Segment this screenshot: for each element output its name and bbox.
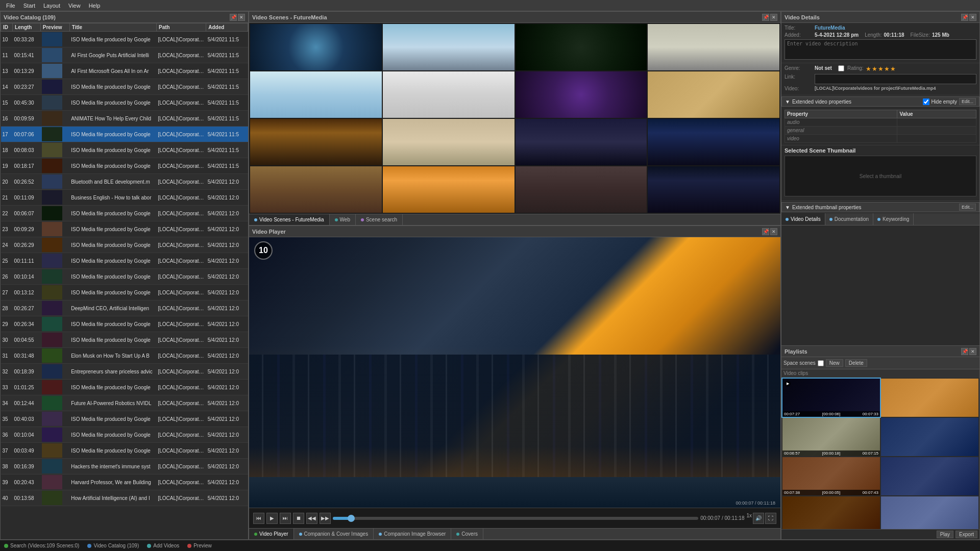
scene-thumbnail[interactable] bbox=[516, 71, 647, 118]
video-display[interactable]: 10 00:00:07 / 00:11:18 bbox=[249, 237, 780, 508]
table-row[interactable]: 37 00:03:49 ISO Media file produced by G… bbox=[1, 443, 248, 459]
menu-help[interactable]: Help bbox=[85, 2, 105, 10]
scene-thumbnail[interactable] bbox=[516, 119, 647, 165]
export-playlist-btn[interactable]: Export bbox=[955, 531, 977, 538]
table-row[interactable]: 11 00:15:41 AI First Google Puts Artific… bbox=[1, 47, 248, 63]
extended-thumb-header[interactable]: ▼ Extended thumbnail properties Edit... bbox=[781, 202, 979, 212]
table-row[interactable]: 15 00:45:30 ISO Media file produced by G… bbox=[1, 95, 248, 111]
table-row[interactable]: 30 00:04:55 ISO Media file produced by G… bbox=[1, 332, 248, 348]
scene-tab-search[interactable]: Scene search bbox=[356, 214, 403, 225]
table-row[interactable]: 24 00:26:29 ISO Media file produced by G… bbox=[1, 237, 248, 253]
col-length[interactable]: Length bbox=[13, 23, 41, 32]
col-preview[interactable]: Preview bbox=[40, 23, 69, 32]
play-playlist-btn[interactable]: Play bbox=[937, 531, 953, 538]
table-row[interactable]: 28 00:26:27 DeepMind CEO, Artificial Int… bbox=[1, 300, 248, 316]
playlists-close-btn[interactable]: ✕ bbox=[969, 348, 976, 355]
scene-tab-web[interactable]: Web bbox=[330, 214, 356, 225]
edit-thumb-btn[interactable]: Edit... bbox=[959, 204, 976, 211]
player-tab-video[interactable]: Video Player bbox=[249, 529, 294, 539]
new-playlist-btn[interactable]: New bbox=[826, 359, 843, 367]
table-row[interactable]: 20 00:26:52 Bluetooth and BLE developmen… bbox=[1, 174, 248, 190]
scene-thumbnail[interactable] bbox=[648, 119, 779, 165]
table-row[interactable]: 18 00:08:03 ISO Media file produced by G… bbox=[1, 142, 248, 158]
table-row[interactable]: 13 00:13:29 AI First Microsoft Goes All … bbox=[1, 63, 248, 79]
stop-btn[interactable]: ⏹ bbox=[293, 513, 304, 524]
player-tab-companion[interactable]: Companion & Cover Images bbox=[294, 529, 374, 539]
playlist-clip[interactable] bbox=[881, 457, 978, 495]
player-progress-bar[interactable] bbox=[333, 517, 698, 520]
scene-tab-scenes[interactable]: Video Scenes - FutureMedia bbox=[249, 214, 330, 225]
playlists-pin-btn[interactable]: 📌 bbox=[961, 348, 968, 355]
table-row[interactable]: 14 00:23:27 ISO Media file produced by G… bbox=[1, 79, 248, 95]
table-row[interactable]: 34 00:12:44 Future AI-Powered Robotics N… bbox=[1, 395, 248, 411]
table-row[interactable]: 21 00:11:09 Business English - How to ta… bbox=[1, 190, 248, 206]
extended-props-header[interactable]: ▼ Extended video properties Hide empty E… bbox=[781, 96, 979, 107]
genre-checkbox[interactable] bbox=[838, 65, 844, 71]
description-textarea[interactable] bbox=[785, 39, 976, 60]
scene-thumbnail[interactable] bbox=[648, 166, 779, 213]
hide-empty-checkbox[interactable] bbox=[923, 98, 929, 105]
playlist-clip[interactable]: 00:06:57 [00:00:18] 00:07:15 bbox=[782, 418, 880, 456]
space-scenes-checkbox[interactable] bbox=[818, 360, 824, 366]
scene-thumbnail[interactable] bbox=[250, 71, 382, 118]
table-row[interactable]: 31 00:31:48 Elon Musk on How To Start Up… bbox=[1, 348, 248, 364]
catalog-close-btn[interactable]: ✕ bbox=[238, 14, 245, 21]
menu-view[interactable]: View bbox=[64, 2, 85, 10]
table-row[interactable]: 19 00:18:17 ISO Media file produced by G… bbox=[1, 158, 248, 174]
table-row[interactable]: 29 00:26:34 ISO Media file produced by G… bbox=[1, 316, 248, 332]
scenes-pin-btn[interactable]: 📌 bbox=[762, 14, 769, 21]
table-row[interactable]: 10 00:33:28 ISO Media file produced by G… bbox=[1, 32, 248, 47]
details-pin-btn[interactable]: 📌 bbox=[961, 14, 968, 21]
status-search[interactable]: Search (Videos:109 Scenes:0) bbox=[4, 543, 79, 548]
next-scene-btn[interactable]: ▶▶ bbox=[320, 513, 331, 524]
detail-tab-docs[interactable]: Documentation bbox=[825, 213, 873, 225]
table-row[interactable]: 22 00:06:07 ISO Media file produced by G… bbox=[1, 206, 248, 221]
table-row[interactable]: 40 00:13:58 How Artificial Intelligence … bbox=[1, 490, 248, 506]
catalog-table[interactable]: ID Length Preview Title Path Added 10 00… bbox=[1, 23, 248, 539]
status-preview[interactable]: Preview bbox=[187, 543, 212, 548]
col-title[interactable]: Title bbox=[69, 23, 156, 32]
menu-layout[interactable]: Layout bbox=[39, 2, 64, 10]
table-row[interactable]: 26 00:10:14 ISO Media file produced by G… bbox=[1, 269, 248, 285]
playlist-clip[interactable] bbox=[881, 418, 978, 456]
menu-start[interactable]: Start bbox=[19, 2, 39, 10]
scene-thumbnail[interactable] bbox=[648, 24, 779, 70]
star-2[interactable]: ★ bbox=[872, 65, 877, 72]
thumb-preview-area[interactable]: Select a thumbnail bbox=[785, 156, 976, 196]
star-4[interactable]: ★ bbox=[884, 65, 890, 72]
col-id[interactable]: ID bbox=[1, 23, 13, 32]
table-row[interactable]: 35 00:40:03 ISO Media file produced by G… bbox=[1, 411, 248, 427]
detail-tab-keywording[interactable]: Keywording bbox=[873, 213, 914, 225]
playlist-clip[interactable]: ▶ 00:07:27 [00:00:06] 00:07:33 bbox=[782, 379, 880, 417]
next-frame-btn[interactable]: ⏭ bbox=[280, 513, 291, 524]
player-progress-thumb[interactable] bbox=[348, 515, 355, 522]
scene-thumbnail[interactable] bbox=[383, 71, 514, 118]
col-path[interactable]: Path bbox=[156, 23, 206, 32]
star-5[interactable]: ★ bbox=[890, 65, 896, 72]
table-row[interactable]: 25 00:11:11 ISO Media file produced by G… bbox=[1, 253, 248, 269]
playlist-clip[interactable] bbox=[881, 379, 978, 417]
star-1[interactable]: ★ bbox=[866, 65, 871, 72]
star-3[interactable]: ★ bbox=[878, 65, 884, 72]
table-row[interactable]: 36 00:10:04 ISO Media file produced by G… bbox=[1, 427, 248, 443]
playlist-clip[interactable] bbox=[782, 496, 880, 529]
table-row[interactable]: 32 00:18:39 Entrepreneurs share priceles… bbox=[1, 364, 248, 380]
play-pause-btn[interactable]: ▶ bbox=[266, 513, 278, 524]
col-added[interactable]: Added bbox=[206, 23, 248, 32]
delete-playlist-btn[interactable]: Delete bbox=[845, 359, 867, 367]
menu-file[interactable]: File bbox=[2, 2, 19, 10]
scene-thumbnail[interactable] bbox=[516, 166, 647, 213]
scene-thumbnail[interactable] bbox=[383, 166, 514, 213]
fullscreen-btn[interactable]: ⛶ bbox=[765, 513, 776, 524]
playlist-clip[interactable] bbox=[881, 496, 978, 529]
scene-thumbnail[interactable] bbox=[250, 166, 382, 213]
status-catalog[interactable]: Video Catalog (109) bbox=[87, 543, 139, 548]
scenes-close-btn[interactable]: ✕ bbox=[770, 14, 777, 21]
scene-thumbnail[interactable] bbox=[516, 24, 647, 70]
player-tab-covers[interactable]: Covers bbox=[451, 529, 483, 539]
volume-btn[interactable]: 🔊 bbox=[753, 513, 764, 524]
table-row[interactable]: 38 00:16:39 Hackers the internet's immun… bbox=[1, 459, 248, 474]
prev-scene-btn[interactable]: ◀◀ bbox=[306, 513, 317, 524]
status-add-videos[interactable]: Add Videos bbox=[147, 543, 179, 548]
edit-props-btn[interactable]: Edit... bbox=[959, 98, 976, 105]
